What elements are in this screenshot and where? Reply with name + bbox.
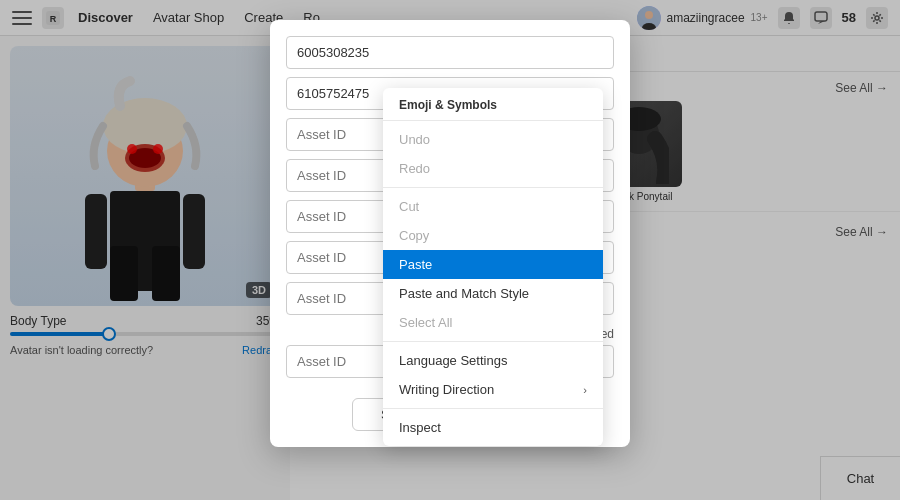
ctx-inspect[interactable]: Inspect [383,413,603,442]
ctx-paste[interactable]: Paste [383,250,603,279]
ctx-paste-match[interactable]: Paste and Match Style [383,279,603,308]
divider [383,187,603,188]
ctx-writing-direction-label: Writing Direction [399,382,494,397]
divider [383,408,603,409]
ctx-language-settings[interactable]: Language Settings [383,346,603,375]
context-menu-section: Emoji & Symbols [383,92,603,116]
ctx-redo: Redo [383,154,603,183]
ctx-cut[interactable]: Cut [383,192,603,221]
ctx-writing-direction[interactable]: Writing Direction › [383,375,603,404]
chevron-right-icon: › [583,384,587,396]
divider [383,120,603,121]
ctx-copy[interactable]: Copy [383,221,603,250]
ctx-undo: Undo [383,125,603,154]
context-menu: Emoji & Symbols Undo Redo Cut Copy Paste… [383,88,603,446]
divider [383,341,603,342]
asset-id-input-1[interactable] [286,36,614,69]
ctx-select-all[interactable]: Select All [383,308,603,337]
